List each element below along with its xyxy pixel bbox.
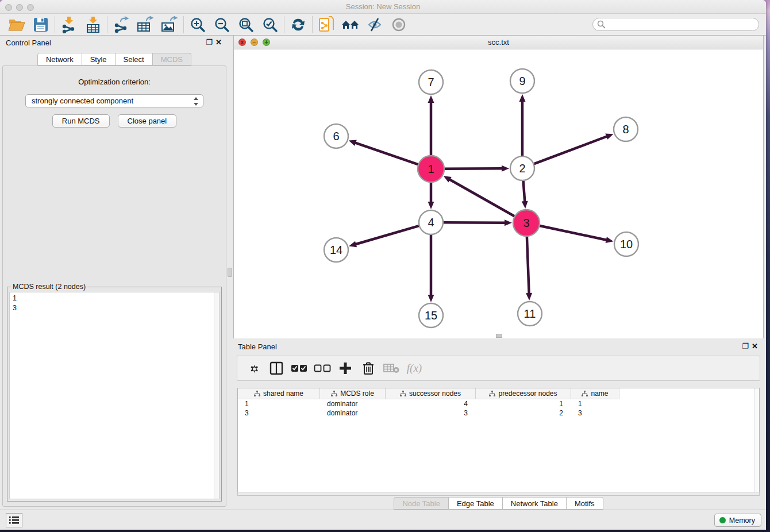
node-table: shared nameMCDS rolesuccessor nodesprede… — [237, 388, 760, 492]
mcds-result-title: MCDS result (2 nodes) — [11, 283, 87, 291]
node-11[interactable]: 11 — [518, 302, 542, 326]
canvas-scroll-thumb[interactable] — [496, 334, 502, 338]
select-all-columns-icon[interactable] — [289, 358, 310, 378]
tab-network-table[interactable]: Network Table — [503, 497, 567, 510]
table-options-icon[interactable] — [243, 358, 264, 378]
search-icon — [597, 20, 606, 29]
export-table-icon[interactable] — [133, 16, 157, 34]
node-14[interactable]: 14 — [324, 238, 348, 262]
tab-select[interactable]: Select — [116, 53, 153, 65]
toolbar-separator — [284, 16, 284, 33]
table-row[interactable]: 1dominator411 — [238, 399, 759, 408]
delete-column-icon[interactable] — [358, 358, 379, 378]
edge-4-3[interactable] — [444, 219, 512, 226]
column-panes-icon[interactable] — [266, 358, 287, 378]
node-label: 8 — [622, 123, 629, 136]
node-1[interactable]: 1 — [418, 156, 444, 182]
open-session-icon[interactable] — [5, 16, 29, 34]
hierarchy-icon — [489, 391, 495, 397]
show-graphics-details-icon[interactable] — [387, 16, 411, 34]
memory-label: Memory — [729, 516, 755, 525]
edge-3-10[interactable] — [540, 226, 613, 243]
node-9[interactable]: 9 — [510, 69, 534, 93]
add-column-icon[interactable] — [335, 358, 356, 378]
import-table-icon[interactable] — [81, 16, 105, 34]
tab-motifs[interactable]: Motifs — [567, 497, 603, 510]
edge-3-11[interactable] — [526, 237, 532, 300]
node-10[interactable]: 10 — [614, 232, 638, 256]
table-cell: 1 — [571, 399, 619, 408]
tab-network[interactable]: Network — [37, 53, 82, 65]
hierarchy-icon — [582, 391, 588, 397]
memory-button[interactable]: Memory — [714, 514, 761, 527]
apply-layout-icon[interactable] — [286, 16, 310, 34]
task-history-button[interactable] — [6, 513, 22, 527]
node-8[interactable]: 8 — [614, 117, 638, 141]
import-network-icon[interactable] — [57, 16, 81, 34]
export-network-icon[interactable] — [109, 16, 133, 34]
optimization-criterion-select[interactable]: strongly connected component — [25, 94, 203, 107]
edge-3-1[interactable] — [444, 176, 514, 216]
close-panel-button[interactable]: Close panel — [118, 114, 177, 128]
edge-2-9[interactable] — [519, 94, 526, 156]
node-7[interactable]: 7 — [419, 70, 443, 94]
app-titlebar: Session: New Session — [0, 0, 766, 14]
column-header-2[interactable]: successor nodes — [386, 388, 476, 399]
save-session-icon[interactable] — [29, 16, 53, 34]
selected-option: strongly connected component — [32, 97, 133, 105]
table-panel-header: Table Panel ❐ ✕ — [233, 340, 764, 353]
window-title: Session: New Session — [0, 2, 766, 11]
edge-1-2[interactable] — [445, 165, 509, 172]
zoom-out-icon[interactable] — [210, 16, 234, 34]
close-panel-icon[interactable]: ✕ — [215, 38, 222, 46]
control-panel-header: Control Panel ❐ ✕ — [2, 36, 226, 49]
network-canvas[interactable]: 1234678910111415 — [234, 49, 763, 338]
column-header-1[interactable]: MCDS role — [320, 388, 386, 399]
close-table-panel-icon[interactable]: ✕ — [752, 342, 758, 350]
column-header-0[interactable]: shared name — [238, 388, 320, 399]
network-graph: 1234678910111415 — [234, 49, 764, 338]
unselect-all-columns-icon[interactable] — [312, 358, 333, 378]
table-toolbar: f(x) — [237, 356, 760, 381]
tab-style[interactable]: Style — [82, 53, 116, 65]
edge-4-14[interactable] — [349, 226, 419, 247]
node-2[interactable]: 2 — [510, 156, 534, 180]
edge-4-15[interactable] — [428, 235, 434, 302]
table-cell: 3 — [386, 408, 476, 418]
tab-mcds[interactable]: MCDS — [153, 53, 191, 65]
table-scrollbar[interactable] — [754, 388, 759, 492]
edge-1-7[interactable] — [428, 95, 434, 155]
edge-1-6[interactable] — [349, 140, 418, 165]
node-label: 4 — [428, 216, 434, 229]
search-input[interactable] — [592, 18, 759, 31]
node-6[interactable]: 6 — [324, 124, 348, 148]
node-3[interactable]: 3 — [513, 210, 540, 236]
zoom-fit-icon[interactable] — [234, 16, 258, 34]
node-15[interactable]: 15 — [419, 303, 443, 327]
table-cell: 1 — [476, 399, 571, 408]
run-mcds-button[interactable]: Run MCDS — [52, 114, 110, 128]
export-image-icon[interactable] — [157, 16, 182, 34]
status-bar: Memory — [0, 510, 766, 530]
result-scrollbar[interactable] — [214, 292, 219, 499]
node-4[interactable]: 4 — [419, 210, 443, 234]
tab-node-table[interactable]: Node Table — [394, 497, 449, 510]
panel-divider-grip[interactable] — [228, 268, 232, 277]
hide-graphics-details-icon[interactable] — [363, 16, 387, 34]
tab-edge-table[interactable]: Edge Table — [449, 497, 503, 510]
column-header-3[interactable]: predecessor nodes — [476, 388, 571, 399]
search-field-wrap — [592, 18, 759, 31]
zoom-in-icon[interactable] — [186, 16, 210, 34]
column-header-4[interactable]: name — [571, 388, 619, 399]
edge-1-4[interactable] — [428, 183, 434, 209]
table-tabs: Node Table Edge Table Network Table Moti… — [233, 497, 764, 510]
first-neighbors-icon[interactable] — [338, 16, 363, 34]
zoom-selected-icon[interactable] — [258, 16, 282, 34]
float-panel-icon[interactable]: ❐ — [206, 38, 213, 46]
new-network-from-selection-icon[interactable] — [314, 16, 338, 34]
table-row[interactable]: 3dominator323 — [238, 408, 759, 418]
edge-2-3[interactable] — [522, 181, 528, 209]
memory-status-icon — [719, 517, 726, 523]
float-table-panel-icon[interactable]: ❐ — [742, 342, 749, 350]
edge-2-8[interactable] — [534, 134, 614, 164]
